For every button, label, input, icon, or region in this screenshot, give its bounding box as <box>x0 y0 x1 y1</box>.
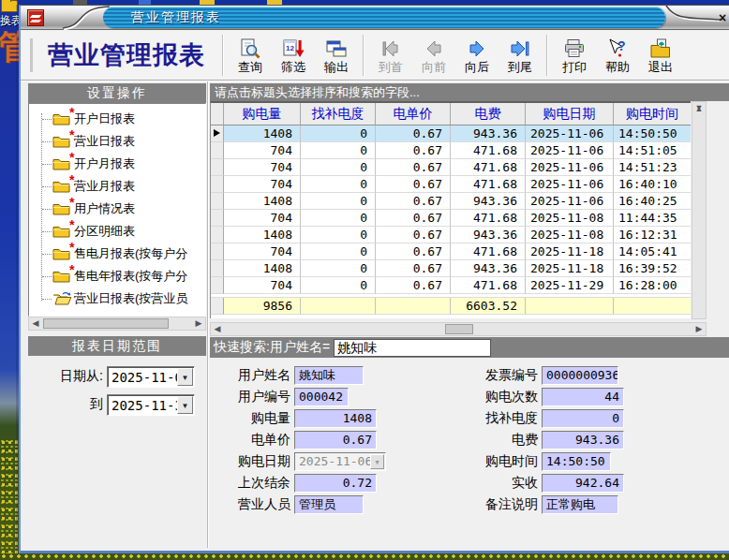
table-cell: 471.68 <box>451 210 526 227</box>
scrollbar-thumb[interactable] <box>43 318 169 329</box>
row-selector[interactable] <box>211 210 224 227</box>
column-header[interactable]: 购电时间 <box>614 103 691 125</box>
detail-field[interactable]: 2025-11-06▼ <box>294 452 386 471</box>
date-to-picker[interactable]: 2025-11-30 ▼ <box>107 394 195 416</box>
table-cell: 0.67 <box>376 227 451 243</box>
detail-field[interactable]: 1408 <box>294 409 377 428</box>
toolbar-button-search[interactable]: 查询 <box>230 33 271 78</box>
dropdown-arrow-icon[interactable]: ▼ <box>177 368 193 386</box>
table-cell: 471.68 <box>451 277 526 294</box>
row-selector[interactable] <box>211 260 224 277</box>
table-cell: 943.36 <box>451 227 526 243</box>
new-report-marker-icon: * <box>69 195 74 210</box>
row-selector[interactable] <box>211 193 224 210</box>
table-row[interactable]: 140800.67943.362025-11-0614:50:50 <box>211 125 691 142</box>
table-cell: 2025-11-06 <box>526 159 614 176</box>
detail-field[interactable]: 0 <box>542 409 624 428</box>
detail-field[interactable]: 0000000936 <box>542 366 618 385</box>
tree-item[interactable]: *开户日报表 <box>35 108 205 130</box>
table-cell: 2025-11-08 <box>526 227 614 243</box>
toolbar-button-help[interactable]: ?帮助 <box>597 33 638 78</box>
column-header[interactable]: 找补电度 <box>301 103 376 125</box>
scroll-right-icon[interactable]: ▶ <box>692 323 706 335</box>
grid-horizontal-scrollbar[interactable]: ◀ ▶ <box>210 322 707 336</box>
close-button[interactable]: × <box>719 10 729 25</box>
toolbar-button-export[interactable]: 输出 <box>316 33 357 78</box>
table-row[interactable]: 140800.67943.362025-11-0616:40:25 <box>211 193 691 210</box>
detail-field[interactable]: 000042 <box>294 388 349 406</box>
detail-label: 购电量 <box>217 410 294 427</box>
tree-item[interactable]: *营业日报表 <box>35 130 205 153</box>
tree-item[interactable]: *开户月报表 <box>35 153 205 175</box>
detail-field[interactable]: 14:50:50 <box>542 452 611 471</box>
tree-item-label: 售电月报表(按每户分 <box>74 245 187 262</box>
toolbar-button-filter[interactable]: 12筛选 <box>273 33 314 78</box>
row-selector[interactable] <box>211 176 224 193</box>
detail-field[interactable]: 正常购电 <box>542 495 618 514</box>
row-selector[interactable] <box>211 142 224 159</box>
toolbar-button-label: 到尾 <box>508 60 532 74</box>
date-to-row: 到 2025-11-30 ▼ <box>28 393 206 416</box>
grid-vertical-scrollbar[interactable]: ▲ ▼ <box>692 101 707 319</box>
scrollbar-thumb[interactable] <box>445 324 473 334</box>
date-from-picker[interactable]: 2025-11-01 ▼ <box>107 366 195 388</box>
table-cell: 16:40:10 <box>614 176 691 193</box>
detail-field[interactable]: 0.67 <box>294 431 377 449</box>
tree-item[interactable]: *营业月报表 <box>35 175 205 198</box>
desktop-folder-icon[interactable] <box>1 0 18 12</box>
tree-item[interactable]: *售电月报表(按每户分 <box>35 243 205 265</box>
tree-item[interactable]: *分区明细表 <box>35 220 205 243</box>
svg-text:12: 12 <box>286 44 294 52</box>
tree-item[interactable]: 营业日报表(按营业员 <box>35 287 205 310</box>
toolbar-button-print[interactable]: 打印 <box>554 33 595 78</box>
column-header[interactable]: 电费 <box>451 103 526 125</box>
detail-field[interactable]: 942.64 <box>542 474 624 493</box>
row-selector[interactable] <box>211 227 224 243</box>
table-cell: 2025-11-18 <box>526 260 614 277</box>
row-selector[interactable] <box>211 159 224 176</box>
tree-item[interactable]: *用户情况表 <box>35 198 205 220</box>
table-row[interactable]: 70400.67471.682025-11-0616:40:10 <box>211 176 691 193</box>
current-row-marker[interactable] <box>211 125 224 142</box>
scroll-left-icon[interactable]: ◀ <box>211 323 224 335</box>
search-input[interactable]: 姚知味 <box>334 339 491 357</box>
column-header[interactable]: 购电量 <box>224 103 301 125</box>
tree-horizontal-scrollbar[interactable]: ◀ ▶ <box>28 317 206 331</box>
toolbar-button-label: 向后 <box>465 60 489 74</box>
detail-field[interactable]: 0.72 <box>294 474 377 493</box>
column-header[interactable]: 购电日期 <box>526 103 614 125</box>
column-header[interactable]: 电单价 <box>376 103 451 125</box>
detail-field[interactable]: 管理员 <box>294 495 364 514</box>
toolbar-button-go-next[interactable]: 向后 <box>456 33 498 78</box>
detail-field[interactable]: 44 <box>542 388 624 406</box>
window-title: 营业管理报表 <box>131 9 221 26</box>
table-row[interactable]: 70400.67471.682025-11-0614:51:05 <box>211 142 691 159</box>
tree-branch-line <box>42 276 52 277</box>
scroll-right-icon[interactable]: ▶ <box>192 317 205 330</box>
table-row[interactable]: 140800.67943.362025-11-0816:12:31 <box>211 227 691 243</box>
scroll-left-icon[interactable]: ◀ <box>29 317 42 330</box>
table-cell: 2025-11-06 <box>526 142 614 159</box>
table-row[interactable]: 140800.67943.362025-11-1816:39:52 <box>211 260 691 277</box>
toolbar-button-go-last[interactable]: 到尾 <box>499 33 541 78</box>
detail-field[interactable]: 姚知味 <box>294 366 364 385</box>
table-row[interactable]: 70400.67471.682025-11-0614:51:23 <box>211 159 691 176</box>
filter-icon: 12 <box>282 37 305 60</box>
tree-item[interactable]: *售电年报表(按每户分 <box>35 265 205 287</box>
desktop-icon-label[interactable]: 换表 <box>0 13 19 29</box>
table-row[interactable]: 70400.67471.682025-11-0811:44:35 <box>211 210 691 227</box>
dropdown-arrow-icon[interactable]: ▼ <box>177 396 193 414</box>
table-row[interactable]: 70400.67471.682025-11-2916:28:00 <box>211 277 691 294</box>
detail-label: 用户姓名 <box>217 367 294 384</box>
window-titlebar[interactable]: 营业管理报表 × <box>21 6 729 30</box>
table-cell: 0.67 <box>376 260 451 277</box>
detail-row: 营业人员管理员 <box>217 495 386 514</box>
tree-branch-line <box>42 254 52 255</box>
table-row[interactable]: 70400.67471.682025-11-1814:05:41 <box>211 243 691 260</box>
toolbar-button-exit[interactable]: 退出 <box>640 33 681 78</box>
table-cell: 14:50:50 <box>614 125 691 142</box>
scroll-down-icon[interactable]: ▼ <box>692 102 706 114</box>
row-selector[interactable] <box>211 277 224 294</box>
detail-field[interactable]: 943.36 <box>542 431 624 449</box>
row-selector[interactable] <box>211 243 224 260</box>
